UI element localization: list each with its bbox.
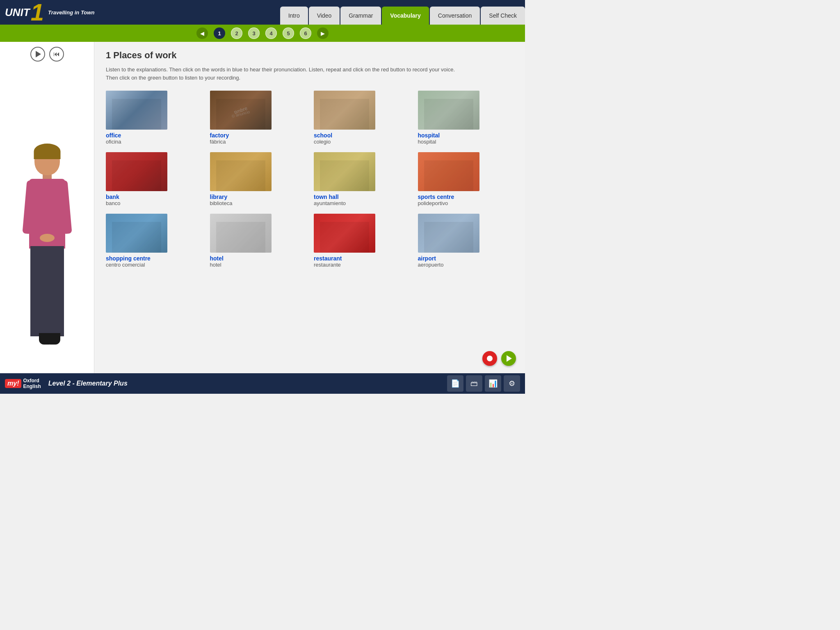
svg-rect-5 [216,160,265,191]
vocab-item-hotel: hotelhotel [210,214,306,268]
vocab-item-factory: timbre© anunciofactoryfábrica [210,91,306,145]
vocab-translation-shopping: centro comercial [106,262,202,268]
vocab-word-sports[interactable]: sports centre [418,194,514,200]
progress-bar: ◀ 1 2 3 4 5 6 ▶ [0,25,525,42]
vocab-image-school [314,91,375,130]
vocab-translation-bank: banco [106,200,202,206]
tab-video[interactable]: Video [309,7,340,25]
unit-number: 1 [31,0,44,24]
avatar-hands [40,234,55,242]
restart-button[interactable]: ⏮ [49,47,64,62]
vocab-translation-sports: polideportivo [418,200,514,206]
next-button[interactable]: ▶ [317,27,329,39]
footer-doc1-button[interactable]: 📄 [447,375,463,392]
step-1[interactable]: 1 [214,27,225,39]
step-5[interactable]: 5 [283,27,294,39]
vocab-word-hotel[interactable]: hotel [210,255,306,262]
vocab-image-sports [418,152,479,191]
avatar-right-foot [47,333,60,345]
svg-rect-1 [216,99,265,130]
vocab-word-hospital[interactable]: hospital [418,132,514,139]
svg-rect-8 [112,222,161,253]
avatar-hair [34,144,60,159]
vocab-image-airport [418,214,479,253]
record-button[interactable] [482,351,497,366]
bottom-controls [482,351,516,366]
logo-my-badge: my! [5,379,21,388]
content-area: 1 Places of work Listen to the explanati… [94,42,525,373]
play-recording-icon [507,355,512,362]
vocab-translation-factory: fábrica [210,139,306,145]
vocab-item-airport: airportaeropuerto [418,214,514,268]
prev-button[interactable]: ◀ [196,27,208,39]
play-icon [36,51,41,57]
vocab-grid: officeoficinatimbre© anunciofactoryfábri… [106,91,514,268]
step-3[interactable]: 3 [248,27,260,39]
page-title: 1 Places of work [106,50,514,61]
vocab-image-hotel [210,214,272,253]
step-4[interactable]: 4 [265,27,277,39]
svg-rect-6 [320,160,369,191]
svg-rect-11 [424,222,473,253]
vocab-item-office: officeoficina [106,91,202,145]
vocab-word-shopping[interactable]: shopping centre [106,255,202,262]
footer-doc3-button[interactable]: 📊 [485,375,501,392]
vocab-translation-hospital: hospital [418,139,514,145]
svg-rect-9 [216,222,265,253]
tab-vocabulary[interactable]: Vocabulary [382,7,429,25]
step-6[interactable]: 6 [300,27,311,39]
vocab-translation-restaurant: restaurante [314,262,410,268]
logo-my-text: my! [7,380,19,387]
vocab-image-hospital [418,91,479,130]
vocab-word-office[interactable]: office [106,132,202,139]
vocab-item-shopping: shopping centrecentro comercial [106,214,202,268]
avatar [8,144,86,373]
svg-rect-2 [320,99,369,130]
play-recording-button[interactable] [501,351,516,366]
vocab-image-townhall [314,152,375,191]
tab-conversation[interactable]: Conversation [430,7,480,25]
footer-settings-button[interactable]: ⚙ [504,375,520,392]
avatar-container [8,65,86,373]
avatar-pants [30,246,64,336]
vocab-word-school[interactable]: school [314,132,410,139]
vocab-item-school: schoolcolegio [314,91,410,145]
svg-rect-10 [320,222,369,253]
unit-badge: UNIT 1 Travelling in Town [0,0,96,25]
record-icon [487,356,493,361]
play-button[interactable] [30,47,45,62]
vocab-word-library[interactable]: library [210,194,306,200]
footer-level: Level 2 - Elementary Plus [48,380,128,387]
vocab-word-airport[interactable]: airport [418,255,514,262]
vocab-translation-hotel: hotel [210,262,306,268]
vocab-translation-airport: aeropuerto [418,262,514,268]
footer: my! OxfordEnglish Level 2 - Elementary P… [0,373,525,394]
vocab-word-bank[interactable]: bank [106,194,202,200]
vocab-item-sports: sports centrepolideportivo [418,152,514,206]
vocab-word-factory[interactable]: factory [210,132,306,139]
vocab-image-library [210,152,272,191]
vocab-translation-townhall: ayuntamiento [314,200,410,206]
footer-logo: my! OxfordEnglish [5,378,41,390]
vocab-item-townhall: town hallayuntamiento [314,152,410,206]
footer-doc2-button[interactable]: 🗃 [466,375,482,392]
vocab-word-townhall[interactable]: town hall [314,194,410,200]
vocab-word-restaurant[interactable]: restaurant [314,255,410,262]
unit-label: UNIT [5,6,30,19]
logo-oxford-text: OxfordEnglish [23,378,41,390]
sidebar: ⏮ [0,42,94,373]
vocab-item-hospital: hospitalhospital [418,91,514,145]
tab-intro[interactable]: Intro [280,7,308,25]
nav-tabs: Intro Video Grammar Vocabulary Conversat… [280,0,525,25]
tab-selfcheck[interactable]: Self Check [481,7,525,25]
svg-rect-7 [424,160,473,191]
step-2[interactable]: 2 [231,27,242,39]
vocab-translation-school: colegio [314,139,410,145]
tab-grammar[interactable]: Grammar [340,7,381,25]
svg-rect-4 [112,160,161,191]
vocab-image-shopping [106,214,167,253]
header: UNIT 1 Travelling in Town Intro Video Gr… [0,0,525,25]
vocab-image-restaurant [314,214,375,253]
vocab-translation-library: biblioteca [210,200,306,206]
playback-controls: ⏮ [30,47,64,62]
